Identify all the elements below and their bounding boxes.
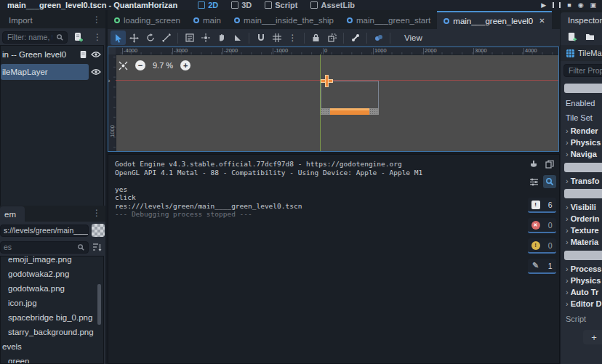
- stop-button[interactable]: ■: [567, 1, 571, 9]
- filter-files-input[interactable]: es: [0, 241, 89, 254]
- smart-snap-toggle[interactable]: [253, 31, 268, 45]
- horizontal-ruler: -4000-3000-2000-100001000200030004000: [116, 47, 559, 55]
- visibility-eye-icon[interactable]: [91, 51, 101, 58]
- section-texture[interactable]: ›Texture: [566, 225, 602, 236]
- section-physics[interactable]: ›Physics: [566, 275, 602, 286]
- load-resource-icon[interactable]: [585, 33, 595, 41]
- new-resource-icon[interactable]: [568, 32, 577, 41]
- section-process[interactable]: ›Process: [566, 263, 602, 275]
- movie-mode-button[interactable]: ▣: [590, 1, 596, 9]
- counter-value: 0: [548, 221, 553, 230]
- folder-item[interactable]: green: [1, 354, 103, 364]
- sort-files-icon[interactable]: [92, 243, 102, 251]
- menu-item-script[interactable]: Script: [265, 1, 297, 9]
- section-materia[interactable]: ›Materia: [566, 236, 602, 248]
- node-origin-gizmo[interactable]: [321, 75, 333, 87]
- file-list-scrollbar[interactable]: [97, 284, 101, 325]
- message-counter-button[interactable]: !6: [528, 198, 556, 213]
- scene-tab-main___green_level0[interactable]: main___green_level0✕: [437, 11, 551, 29]
- pause-button[interactable]: [553, 2, 561, 8]
- attach-script-icon[interactable]: [73, 32, 83, 42]
- error-counter-button[interactable]: ✕0: [528, 218, 556, 233]
- pivot-tool[interactable]: [198, 31, 213, 45]
- scene-node-root[interactable]: in -- Green level0: [1, 46, 103, 63]
- tab-filesystem[interactable]: em: [0, 206, 25, 222]
- section-orderin[interactable]: ›Orderin: [566, 213, 602, 225]
- snap-options-menu[interactable]: ⋮: [285, 31, 300, 45]
- zoom-out-button[interactable]: −: [135, 60, 145, 70]
- select-tool[interactable]: [111, 31, 126, 45]
- counter-value: 1: [548, 262, 553, 270]
- tab-import[interactable]: Import: [9, 16, 33, 25]
- center-view-icon[interactable]: [119, 61, 128, 70]
- console-side-controls: !6✕0!0✎1: [526, 158, 557, 274]
- move-tool[interactable]: [127, 31, 142, 45]
- search-messages-button[interactable]: [543, 175, 556, 188]
- ruler-label: 3000: [475, 47, 487, 54]
- dock-options-icon[interactable]: ⋮: [92, 208, 101, 218]
- section-label: Physics: [571, 138, 601, 147]
- inspector-properties: EnabledTile Set›Render›Physics›Naviga›Tr…: [561, 81, 602, 344]
- scene-tab-loading_screen[interactable]: loading_screen: [108, 11, 187, 29]
- current-path-field[interactable]: s://levels/green/main____: [0, 225, 89, 237]
- filter-properties-input[interactable]: Filter Prop: [563, 64, 602, 77]
- file-item[interactable]: godotwaka.png: [1, 281, 103, 296]
- tilemap-platform[interactable]: [321, 108, 379, 115]
- scale-tool[interactable]: [158, 31, 174, 45]
- add-metadata-button[interactable]: +: [583, 330, 602, 344]
- tab-inspector[interactable]: Inspector: [561, 12, 602, 28]
- remote-debug-button[interactable]: ◉: [578, 1, 584, 9]
- scene-filter-input[interactable]: Filter: name, t:t: [2, 31, 68, 44]
- view-menu[interactable]: View: [398, 33, 428, 42]
- window-title: main___green_level0.tscn - QuantamHoriza…: [7, 1, 177, 9]
- file-item[interactable]: spacebridge big_0.png: [1, 310, 103, 325]
- section-transfo[interactable]: ›Transfo: [566, 175, 602, 187]
- pan-tool[interactable]: [214, 31, 229, 45]
- clear-output-button[interactable]: [527, 158, 540, 171]
- skeleton-button[interactable]: [348, 31, 363, 45]
- scene-tab-main___inside_the_ship[interactable]: main___inside_the_ship: [228, 11, 340, 29]
- rotate-tool[interactable]: [143, 31, 158, 45]
- section-naviga[interactable]: ›Naviga: [566, 148, 602, 160]
- section-physics[interactable]: ›Physics: [566, 137, 602, 148]
- warning-counter-button[interactable]: !0: [528, 238, 556, 254]
- visibility-eye-icon[interactable]: [91, 68, 101, 76]
- skeleton-options-button[interactable]: [371, 31, 386, 45]
- scene-tree-options-icon[interactable]: ⋮: [93, 32, 102, 42]
- grid-snap-toggle[interactable]: [269, 31, 284, 45]
- menu-item-2d[interactable]: 2D: [198, 1, 218, 9]
- scene-node-tilemaplayer[interactable]: ileMapLayer: [1, 63, 103, 81]
- lock-button[interactable]: [308, 31, 324, 45]
- section-editor-d[interactable]: ›Editor D: [566, 298, 602, 310]
- close-icon[interactable]: ✕: [539, 17, 545, 25]
- filter-messages-button[interactable]: [527, 175, 540, 188]
- scene-filter-placeholder: Filter: name, t:t: [7, 33, 52, 41]
- menu-item-3d[interactable]: 3D: [231, 1, 252, 9]
- edit-counter-button[interactable]: ✎1: [528, 259, 556, 274]
- copy-output-button[interactable]: [543, 158, 556, 171]
- output-panel: Godot Engine v4.3.stable.official.77dcf9…: [108, 154, 560, 364]
- console-line: yes: [115, 185, 524, 194]
- file-item[interactable]: godotwaka2.png: [1, 267, 103, 281]
- ruler-tool[interactable]: [230, 31, 245, 45]
- scene-tab-main[interactable]: main: [187, 11, 228, 29]
- file-item[interactable]: emoji_image.png: [1, 256, 103, 267]
- script-icon[interactable]: [79, 50, 87, 59]
- file-item[interactable]: starry_background.png: [1, 325, 103, 339]
- file-item[interactable]: icon.jpg: [1, 296, 103, 310]
- scene-tab-main___green_start[interactable]: main___green_start: [340, 11, 437, 29]
- section-render[interactable]: ›Render: [566, 125, 602, 137]
- section-visibili[interactable]: ›Visibili: [566, 201, 602, 213]
- toggle-split-mode-button[interactable]: [92, 224, 105, 237]
- play-button[interactable]: ▶: [541, 1, 546, 9]
- group-button[interactable]: [324, 31, 340, 45]
- dock-options-icon[interactable]: ⋮: [92, 15, 101, 25]
- zoom-in-button[interactable]: +: [180, 60, 190, 70]
- inspected-node-button[interactable]: TileMa: [561, 45, 602, 61]
- folder-item[interactable]: evels: [1, 339, 103, 354]
- viewport-2d[interactable]: -4000-3000-2000-100001000200030004000 01…: [108, 46, 559, 152]
- inspector-category-bar: [564, 84, 602, 93]
- menu-item-assetlib[interactable]: AssetLib: [310, 1, 354, 9]
- section-auto-tr[interactable]: ›Auto Tr: [566, 286, 602, 298]
- list-select-tool[interactable]: [182, 31, 197, 45]
